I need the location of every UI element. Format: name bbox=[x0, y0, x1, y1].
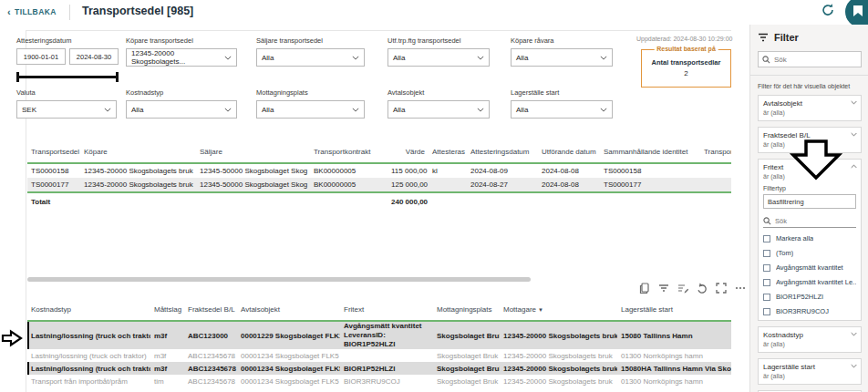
filter-card-state: är (alla) bbox=[763, 109, 856, 116]
col-header[interactable]: Sammanhållande identitet bbox=[600, 148, 700, 156]
date-from-input[interactable]: 1900-01-01 bbox=[16, 48, 66, 65]
col-header[interactable]: Måttslag bbox=[150, 305, 184, 314]
bookmark-bubble-icon[interactable] bbox=[845, 0, 868, 27]
chevron-down-icon[interactable] bbox=[851, 332, 857, 336]
col-header[interactable]: Fraktsedel B/L bbox=[184, 305, 237, 314]
cell: TS0000158 bbox=[27, 167, 80, 175]
filtertype-dropdown[interactable]: Basfiltrering bbox=[763, 194, 856, 209]
slider-handle-right[interactable] bbox=[116, 72, 119, 82]
back-button[interactable]: ‹TILLBAKA bbox=[7, 6, 57, 17]
col-header[interactable]: Lagerställe start bbox=[617, 305, 731, 314]
col-header[interactable]: Utförande datum bbox=[538, 148, 600, 156]
filter-option[interactable]: BIOR3RRU9COJ bbox=[763, 307, 856, 315]
cell: 01300 Norrköpings hamn bbox=[617, 377, 731, 386]
slicer-label: Köpare råvara bbox=[511, 36, 613, 45]
cell: 12345-50000 Skogsbolaget Skog bbox=[196, 181, 310, 189]
col-header[interactable]: Mottagningsplats bbox=[433, 305, 500, 314]
filter-search-box[interactable] bbox=[758, 51, 862, 67]
col-header[interactable]: Transportkontrakt bbox=[310, 148, 388, 156]
filter-section-label: Filter för det här visuella objektet bbox=[758, 83, 862, 89]
col-header[interactable]: Köpare bbox=[80, 148, 196, 156]
table-row[interactable]: Transport från importbåt/pråm tim ABC123… bbox=[27, 375, 731, 387]
slicer-mottagningsplats: Mottagningsplats Alla bbox=[256, 88, 365, 119]
fritext-search-input[interactable] bbox=[775, 217, 839, 225]
fritext-search-box[interactable] bbox=[763, 214, 856, 228]
filter-pane-title: Filter bbox=[774, 32, 799, 43]
filter-icon[interactable] bbox=[657, 282, 670, 294]
checkbox-icon[interactable] bbox=[763, 250, 770, 257]
focus-mode-icon[interactable] bbox=[715, 282, 728, 294]
date-to-input[interactable]: 2024-08-30 bbox=[69, 48, 119, 65]
checkbox-icon[interactable] bbox=[763, 308, 770, 315]
more-options-icon[interactable] bbox=[734, 282, 747, 294]
slicer-utftrpftg-transportsedel: Utf.trp.ftg transportsedel Alla bbox=[388, 36, 490, 67]
option-label: (Tom) bbox=[776, 249, 793, 257]
dropdown[interactable]: Alla bbox=[511, 48, 613, 67]
dropdown[interactable]: Alla bbox=[126, 100, 237, 119]
dropdown[interactable]: Alla bbox=[256, 100, 365, 119]
cell: 12345-20000 Skogsbolagets bruk bbox=[500, 365, 617, 373]
checkbox-icon[interactable] bbox=[763, 235, 770, 242]
filter-option[interactable]: Avgångsmätt kvantitet Le... bbox=[763, 278, 856, 286]
date-range-slider[interactable] bbox=[16, 71, 119, 82]
filter-card-state: är (alla) bbox=[763, 341, 856, 347]
cell: BK00000005 bbox=[310, 167, 388, 175]
col-header[interactable]: Avtalsobjekt bbox=[237, 305, 340, 314]
dropdown-value: Alla bbox=[131, 106, 143, 114]
slicer-label: Avtalsobjekt bbox=[388, 88, 490, 97]
undo-icon[interactable] bbox=[696, 282, 708, 294]
filter-card-fritext[interactable]: Fritext är (alla) Filtertyp Basfiltrerin… bbox=[758, 159, 862, 321]
table-header-row: Kostnadstyp Måttslag Fraktsedel B/L Avta… bbox=[27, 299, 731, 320]
col-header-sorted[interactable]: Mottagare▼ bbox=[500, 305, 617, 314]
chevron-down-icon[interactable] bbox=[851, 100, 857, 105]
checkbox-icon[interactable] bbox=[763, 264, 770, 272]
slider-handle-left[interactable] bbox=[16, 72, 19, 82]
col-header[interactable]: Fritext bbox=[340, 305, 433, 314]
col-header[interactable]: Värde bbox=[388, 148, 429, 156]
filter-option[interactable]: (Tom) bbox=[763, 249, 856, 257]
cell: BK00000005 bbox=[310, 181, 388, 189]
cell: BIOR3RRU9COJ bbox=[340, 377, 433, 386]
filter-search-input[interactable] bbox=[774, 56, 847, 64]
chevron-up-icon[interactable] bbox=[851, 164, 857, 169]
checkbox-icon[interactable] bbox=[763, 294, 770, 301]
col-header[interactable]: Transportsede bbox=[700, 148, 731, 156]
dropdown[interactable]: 12345-20000 Skogsbolagets... bbox=[126, 48, 237, 67]
filter-option[interactable]: Avgångsmätt kvantitet bbox=[763, 263, 856, 272]
refresh-icon[interactable] bbox=[821, 3, 837, 19]
dropdown[interactable]: SEK bbox=[16, 100, 117, 119]
cell: BIOR1P52HLZI bbox=[340, 365, 433, 373]
filter-card-lagerstalle-start[interactable]: Lagerställe start är (alla) bbox=[758, 358, 862, 385]
col-header[interactable]: Säljare bbox=[196, 148, 310, 156]
chevron-down-icon[interactable] bbox=[851, 132, 857, 137]
table-row[interactable]: TS0000158 12345-20000 Skogsbolagets bruk… bbox=[27, 164, 731, 178]
table-row-selected[interactable]: Lastning/lossning (truck och traktor) m3… bbox=[27, 362, 731, 375]
table-row[interactable]: TS0000177 12345-20000 Skogsbolagets bruk… bbox=[27, 178, 731, 191]
back-label: TILLBAKA bbox=[15, 7, 57, 16]
horizontal-scrollbar[interactable] bbox=[27, 277, 531, 282]
chevron-down-icon[interactable] bbox=[851, 364, 857, 368]
dropdown[interactable]: Alla bbox=[511, 100, 613, 119]
checkbox-icon[interactable] bbox=[763, 279, 770, 286]
col-header-label: Mottagare bbox=[503, 305, 536, 314]
col-header[interactable]: Transportsedel bbox=[27, 148, 80, 156]
col-header[interactable]: Attesteringsdatum bbox=[467, 148, 538, 156]
filter-card-avtalsobjekt[interactable]: Avtalsobjekt är (alla) bbox=[758, 95, 862, 121]
copy-icon[interactable] bbox=[638, 282, 651, 294]
col-header[interactable]: Attesteras av bbox=[429, 148, 467, 156]
col-header[interactable]: Kostnadstyp bbox=[27, 305, 150, 314]
dropdown-value: Alla bbox=[393, 106, 405, 114]
dropdown[interactable]: Alla bbox=[388, 100, 490, 119]
filter-option[interactable]: BIOR1P52HLZI bbox=[763, 293, 856, 301]
annotate-icon[interactable] bbox=[677, 282, 689, 294]
chevron-down-icon bbox=[600, 108, 607, 112]
filter-card-kostnadstyp[interactable]: Kostnadstyp är (alla) bbox=[758, 326, 862, 353]
dropdown[interactable]: Alla bbox=[388, 48, 490, 67]
table-row-selected[interactable]: Lastning/lossning (truck och traktor) m3… bbox=[27, 322, 731, 349]
cell: Skogsbolaget Bruk bbox=[433, 332, 500, 340]
dropdown[interactable]: Alla bbox=[256, 48, 365, 67]
table-row[interactable]: Lastning/lossning (truck och traktor) m3… bbox=[27, 349, 731, 362]
total-label: Totalt bbox=[27, 198, 80, 206]
chevron-down-icon bbox=[224, 56, 232, 60]
filter-option[interactable]: Markera alla bbox=[763, 234, 856, 242]
